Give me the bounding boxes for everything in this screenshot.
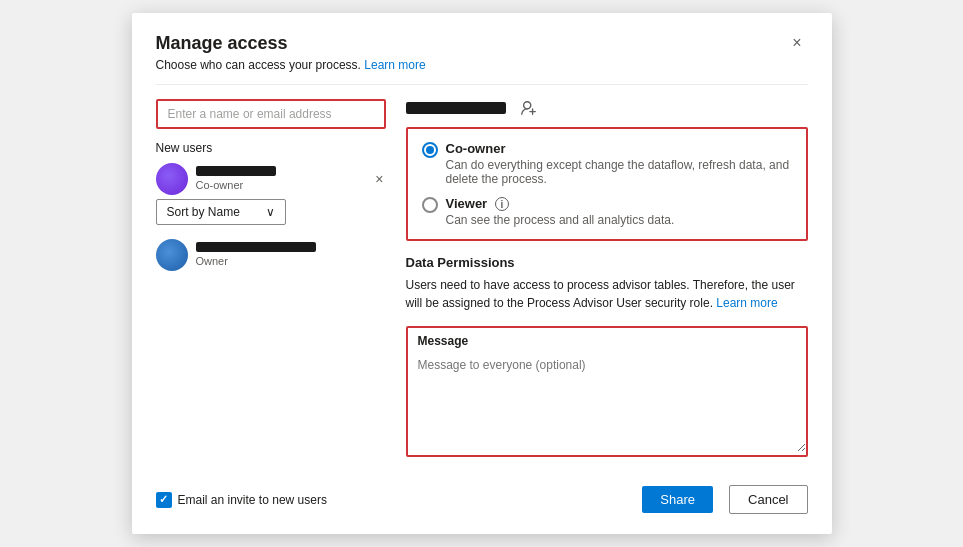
add-user-icon [520, 99, 538, 117]
viewer-info: Viewer i Can see the process and all ana… [446, 196, 675, 228]
chevron-down-icon: ∨ [266, 205, 275, 219]
owner-name-redacted [196, 242, 316, 252]
share-button[interactable]: Share [642, 486, 713, 513]
radio-viewer-btn[interactable] [422, 197, 438, 213]
divider [156, 84, 808, 85]
viewer-info-icon: i [495, 197, 509, 211]
message-label: Message [408, 328, 806, 352]
user-info-new: Co-owner [196, 166, 366, 191]
dialog-title: Manage access [156, 33, 288, 54]
data-permissions-title: Data Permissions [406, 255, 808, 270]
avatar-owner [156, 239, 188, 271]
role-section: Co-owner Can do everything except change… [406, 127, 808, 242]
content-layout: New users Co-owner × Sort by Name ∨ [156, 99, 808, 458]
owner-role: Owner [196, 255, 386, 267]
right-panel: Co-owner Can do everything except change… [406, 99, 808, 458]
right-user-row [406, 99, 808, 117]
co-owner-label: Co-owner [446, 141, 792, 156]
email-invite-label: Email an invite to new users [178, 493, 327, 507]
learn-more-link[interactable]: Learn more [364, 58, 425, 72]
footer: Email an invite to new users Share Cance… [156, 475, 808, 514]
user-item-new: Co-owner × [156, 163, 386, 195]
data-permissions-section: Data Permissions Users need to have acce… [406, 255, 808, 312]
user-role-new: Co-owner [196, 179, 366, 191]
viewer-label: Viewer i [446, 196, 675, 212]
dialog-header: Manage access × [156, 33, 808, 54]
radio-viewer[interactable]: Viewer i Can see the process and all ana… [422, 196, 792, 228]
right-user-name-redacted [406, 102, 506, 114]
message-textarea[interactable] [408, 352, 806, 452]
radio-co-owner-btn[interactable] [422, 142, 438, 158]
cancel-button[interactable]: Cancel [729, 485, 807, 514]
co-owner-desc: Can do everything except change the data… [446, 158, 792, 186]
search-input[interactable] [156, 99, 386, 129]
user-name-redacted [196, 166, 276, 176]
owner-item: Owner [156, 239, 386, 271]
close-button[interactable]: × [786, 33, 807, 53]
manage-access-dialog: Manage access × Choose who can access yo… [132, 13, 832, 535]
viewer-desc: Can see the process and all analytics da… [446, 213, 675, 227]
radio-co-owner[interactable]: Co-owner Can do everything except change… [422, 141, 792, 186]
svg-point-0 [523, 101, 530, 108]
subtitle-text: Choose who can access your process. [156, 58, 361, 72]
email-invite-checkbox[interactable] [156, 492, 172, 508]
sort-dropdown[interactable]: Sort by Name ∨ [156, 199, 286, 225]
message-box: Message [406, 326, 808, 457]
co-owner-info: Co-owner Can do everything except change… [446, 141, 792, 186]
remove-user-button[interactable]: × [373, 169, 385, 189]
left-panel: New users Co-owner × Sort by Name ∨ [156, 99, 386, 458]
new-users-label: New users [156, 141, 386, 155]
subtitle: Choose who can access your process. Lear… [156, 58, 808, 72]
email-invite-checkbox-wrapper[interactable]: Email an invite to new users [156, 492, 327, 508]
sort-label: Sort by Name [167, 205, 240, 219]
avatar-new-user [156, 163, 188, 195]
data-permissions-link[interactable]: Learn more [716, 296, 777, 310]
data-permissions-text: Users need to have access to process adv… [406, 276, 808, 312]
user-info-owner: Owner [196, 242, 386, 267]
